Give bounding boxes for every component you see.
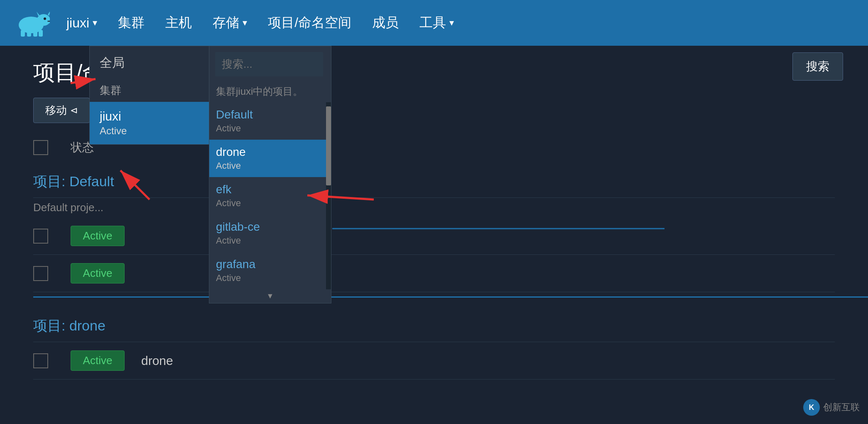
svg-point-1 — [37, 14, 50, 26]
chevron-down-icon: ▾ — [93, 17, 97, 28]
section-separator — [33, 296, 868, 298]
cluster-dropdown: 全局 集群 jiuxi Active — [89, 46, 211, 145]
project-dropdown: 集群jiuxi中的项目。 Default Active drone Active… — [209, 46, 331, 303]
svg-rect-4 — [21, 30, 25, 37]
nav-projects[interactable]: 项目/命名空间 — [268, 14, 351, 32]
scrollbar-track[interactable] — [326, 102, 331, 289]
project-item-drone[interactable]: drone Active — [209, 140, 331, 177]
watermark-icon: K — [803, 399, 820, 416]
default-project-header: 项目: Default — [33, 166, 835, 198]
project-item-default[interactable]: Default Active — [209, 102, 331, 140]
drone-project-section: 项目: drone Active drone — [0, 306, 868, 384]
cluster-name: jiuxi — [66, 15, 89, 31]
cluster-hint: 集群jiuxi中的项目。 — [209, 81, 331, 102]
table-row: Active — [33, 217, 835, 255]
project-dropdown-list: Default Active drone Active efk Active g… — [209, 102, 331, 289]
svg-rect-5 — [27, 31, 31, 37]
default-project-desc: Default proje... — [33, 198, 835, 217]
row-checkbox[interactable] — [33, 229, 48, 244]
cluster-item-jiuxi[interactable]: jiuxi Active — [90, 102, 210, 144]
logo-icon — [12, 8, 50, 37]
scroll-down-indicator: ▼ — [209, 289, 331, 303]
project-search-input[interactable] — [215, 52, 323, 76]
chevron-down-icon: ▾ — [449, 17, 454, 28]
svg-point-8 — [44, 17, 46, 20]
svg-rect-6 — [33, 31, 37, 37]
nav-host[interactable]: 主机 — [165, 14, 192, 32]
cluster-item-status: Active — [100, 125, 200, 137]
logo-area — [12, 8, 50, 37]
nav-storage[interactable]: 存储 ▾ — [213, 14, 247, 32]
main-content: 项目/命名空间 搜索 移动 ⊲ 状态 项目: Default Default p… — [0, 46, 868, 424]
search-button[interactable]: 搜索 — [792, 52, 843, 81]
svg-rect-7 — [39, 30, 43, 37]
move-button[interactable]: 移动 ⊲ — [33, 98, 90, 123]
project-item-efk[interactable]: efk Active — [209, 177, 331, 214]
row-checkbox[interactable] — [33, 353, 48, 368]
share-icon: ⊲ — [70, 105, 78, 116]
watermark: K 创新互联 — [803, 399, 860, 416]
select-all-checkbox[interactable] — [33, 140, 48, 155]
svg-marker-3 — [37, 12, 40, 16]
row-checkbox[interactable] — [33, 266, 48, 281]
project-item-grafana[interactable]: grafana Active — [209, 252, 331, 289]
chevron-down-icon: ▾ — [243, 17, 247, 28]
nav-tools[interactable]: 工具 ▾ — [419, 14, 454, 32]
project-item-gitlab-ce[interactable]: gitlab-ce Active — [209, 214, 331, 252]
nav-cluster[interactable]: 集群 — [118, 14, 145, 32]
table-row: Active drone — [33, 342, 835, 380]
svg-point-10 — [48, 21, 49, 22]
status-badge: Active — [71, 226, 125, 246]
top-navigation: jiuxi ▾ 集群 主机 存储 ▾ 项目/命名空间 成员 工具 ▾ — [0, 0, 868, 46]
cluster-section-label: 集群 — [90, 76, 210, 102]
cluster-item-name: jiuxi — [100, 109, 200, 123]
default-project-section: 项目: Default Default proje... Active Acti… — [0, 162, 868, 296]
status-badge: Active — [71, 350, 125, 371]
drone-project-header: 项目: drone — [33, 310, 835, 342]
nav-members[interactable]: 成员 — [372, 14, 399, 32]
svg-marker-2 — [48, 10, 50, 16]
scrollbar-thumb[interactable] — [326, 106, 331, 185]
watermark-text: 创新互联 — [823, 401, 860, 414]
global-label: 全局 — [90, 46, 210, 76]
cluster-selector[interactable]: jiuxi ▾ — [66, 15, 97, 31]
status-badge: Active — [71, 263, 125, 283]
project-name: drone — [141, 354, 173, 368]
table-row: Active — [33, 255, 835, 292]
